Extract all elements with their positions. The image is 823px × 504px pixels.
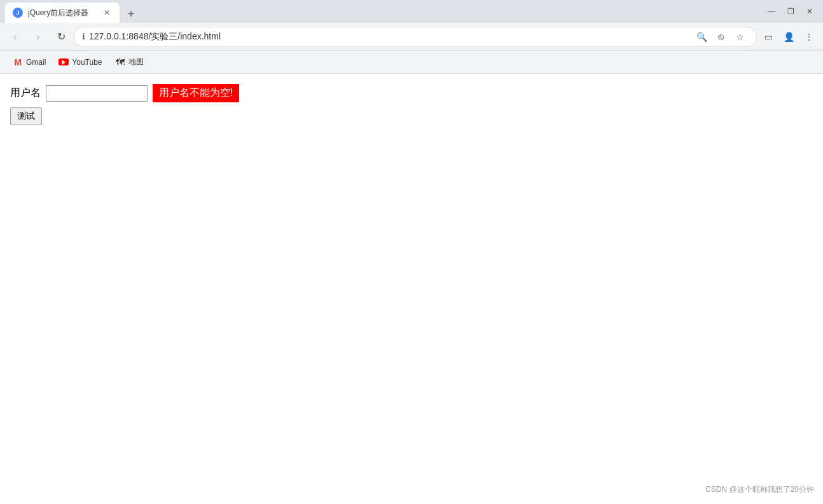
sidebar-icon: ▭ [764,32,773,42]
back-button[interactable]: ‹ [5,27,25,47]
profile-button[interactable]: 👤 [780,28,798,46]
forward-button[interactable]: › [28,27,48,47]
address-right-icons: 🔍 ⎋ ☆ [693,28,749,46]
youtube-favicon [59,57,69,67]
sidebar-button[interactable]: ▭ [759,28,777,46]
browser-frame: J jQuery前后选择器 ✕ + — ❐ ✕ ‹ › [0,0,823,504]
maps-label: 地图 [128,57,144,67]
back-icon: ‹ [13,31,17,43]
title-bar-left: J jQuery前后选择器 ✕ + [5,0,140,23]
csdn-watermark: CSDN @这个昵称我想了20分钟 [705,484,814,495]
button-row: 测试 [10,107,813,125]
username-row: 用户名 用户名不能为空! [10,84,813,102]
zoom-button[interactable]: 🔍 [693,28,710,46]
close-button[interactable]: ✕ [801,3,818,20]
reload-icon: ↻ [57,31,66,43]
secure-icon: ℹ [82,32,85,41]
title-bar: J jQuery前后选择器 ✕ + — ❐ ✕ [0,0,823,23]
profile-icon: 👤 [784,32,794,42]
menu-icon: ⋮ [805,32,813,42]
new-tab-button[interactable]: + [122,5,140,23]
tab-favicon: J [13,8,23,18]
youtube-label: YouTube [72,58,102,67]
page-content: 用户名 用户名不能为空! 测试 CSDN @这个昵称我想了20分钟 [0,74,823,504]
share-icon: ⎋ [718,31,724,42]
maximize-button[interactable]: ❐ [782,3,799,20]
gmail-favicon: M [13,57,23,67]
username-label: 用户名 [10,86,41,100]
maps-favicon: 🗺 [115,57,125,67]
username-input[interactable] [46,85,148,102]
zoom-icon: 🔍 [696,32,707,42]
bookmark-maps[interactable]: 🗺 地图 [110,54,149,70]
tab-close-button[interactable]: ✕ [102,8,112,18]
bookmark-icon: ☆ [736,32,744,42]
test-button[interactable]: 测试 [10,107,42,125]
bookmark-button[interactable]: ☆ [731,28,749,46]
tab-title: jQuery前后选择器 [28,8,97,18]
address-text: 127.0.0.1:8848/实验三/index.html [89,31,689,43]
gmail-label: Gmail [26,58,46,67]
error-message: 用户名不能为空! [153,84,239,102]
bookmarks-bar: M Gmail YouTube 🗺 地图 [0,51,823,74]
reload-button[interactable]: ↻ [51,27,71,47]
share-button[interactable]: ⎋ [712,28,730,46]
minimize-button[interactable]: — [763,3,780,20]
tab-strip: J jQuery前后选择器 ✕ + [5,0,140,23]
title-bar-right: — ❐ ✕ [763,3,818,20]
bookmark-gmail[interactable]: M Gmail [8,55,51,70]
navigation-bar: ‹ › ↻ ℹ 127.0.0.1:8848/实验三/index.html 🔍 … [0,23,823,51]
address-bar[interactable]: ℹ 127.0.0.1:8848/实验三/index.html 🔍 ⎋ ☆ [74,27,757,47]
menu-button[interactable]: ⋮ [800,28,818,46]
active-tab[interactable]: J jQuery前后选择器 ✕ [5,3,120,23]
forward-icon: › [36,31,39,43]
bookmark-youtube[interactable]: YouTube [53,55,107,70]
